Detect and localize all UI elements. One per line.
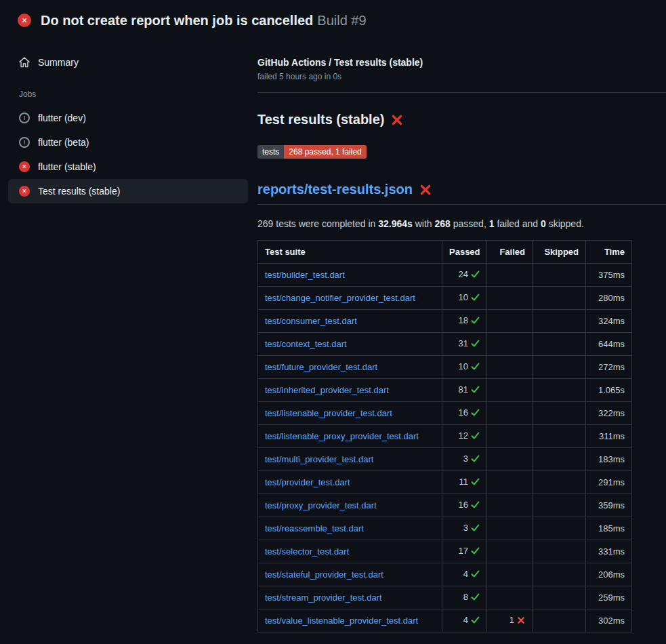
time-cell: 359ms bbox=[586, 494, 632, 517]
red-x-icon bbox=[391, 114, 403, 126]
suite-cell: test/provider_test.dart bbox=[258, 471, 442, 494]
green-check-icon bbox=[471, 500, 480, 511]
skipped-cell bbox=[533, 287, 586, 310]
passed-cell: 4 bbox=[442, 563, 487, 586]
suite-cell: test/value_listenable_provider_test.dart bbox=[258, 609, 442, 632]
suite-link[interactable]: test/multi_provider_test.dart bbox=[265, 454, 373, 464]
skipped-cell bbox=[533, 471, 586, 494]
failed-cell bbox=[487, 402, 533, 425]
green-check-icon bbox=[471, 546, 480, 557]
green-check-icon bbox=[471, 270, 480, 281]
failed-cell bbox=[487, 494, 533, 517]
report-file-link[interactable]: reports/test-results.json bbox=[257, 182, 413, 197]
failed-cell: 1 bbox=[487, 609, 533, 632]
green-check-icon bbox=[471, 616, 480, 626]
failed-cell bbox=[487, 586, 533, 609]
green-check-icon bbox=[471, 431, 480, 442]
table-row: test/listenable_provider_test.dart16322m… bbox=[258, 402, 632, 425]
suite-link[interactable]: test/consumer_test.dart bbox=[265, 316, 357, 326]
skipped-cell bbox=[533, 609, 586, 632]
suite-cell: test/change_notifier_provider_test.dart bbox=[258, 287, 442, 310]
table-row: test/stream_provider_test.dart8259ms bbox=[258, 586, 632, 609]
badge-label: tests bbox=[257, 145, 284, 159]
jobs-section-label: Jobs bbox=[8, 75, 248, 106]
suite-link[interactable]: test/listenable_proxy_provider_test.dart bbox=[265, 431, 419, 441]
summary-line: 269 tests were completed in 32.964s with… bbox=[257, 218, 666, 229]
table-row: test/multi_provider_test.dart3183ms bbox=[258, 448, 632, 471]
sidebar-item-flutter-dev[interactable]: !flutter (dev) bbox=[8, 106, 248, 130]
skipped-cell bbox=[533, 425, 586, 448]
passed-cell: 24 bbox=[442, 264, 487, 287]
skipped-cell bbox=[533, 310, 586, 333]
suite-link[interactable]: test/stateful_provider_test.dart bbox=[265, 569, 383, 580]
col-test-suite: Test suite bbox=[258, 241, 442, 264]
suite-link[interactable]: test/listenable_provider_test.dart bbox=[265, 408, 392, 418]
main-content: GitHub Actions / Test results (stable) f… bbox=[257, 37, 666, 644]
suite-cell: test/selector_test.dart bbox=[258, 540, 442, 563]
time-cell: 206ms bbox=[586, 563, 632, 586]
suite-link[interactable]: test/proxy_provider_test.dart bbox=[265, 500, 377, 510]
run-failed-status-icon: ✕ bbox=[18, 14, 31, 27]
table-row: test/consumer_test.dart18324ms bbox=[258, 310, 632, 333]
time-cell: 375ms bbox=[586, 264, 632, 287]
sidebar-summary-label: Summary bbox=[38, 57, 79, 68]
table-row: test/builder_test.dart24375ms bbox=[258, 264, 632, 287]
passed-cell: 16 bbox=[442, 494, 487, 517]
table-row: test/listenable_proxy_provider_test.dart… bbox=[258, 425, 632, 448]
passed-cell: 3 bbox=[442, 448, 487, 471]
sidebar-item-summary[interactable]: Summary bbox=[8, 50, 248, 75]
job-label: flutter (beta) bbox=[38, 137, 89, 148]
sidebar-item-test-results-stable[interactable]: ✕Test results (stable) bbox=[8, 179, 248, 203]
suite-cell: test/consumer_test.dart bbox=[258, 310, 442, 333]
suite-link[interactable]: test/value_listenable_provider_test.dart bbox=[265, 616, 418, 626]
results-table: Test suite Passed Failed Skipped Time te… bbox=[257, 240, 632, 632]
green-check-icon bbox=[471, 385, 480, 396]
suite-link[interactable]: test/stream_provider_test.dart bbox=[265, 592, 382, 603]
table-row: test/selector_test.dart17331ms bbox=[258, 540, 632, 563]
table-row: test/provider_test.dart11291ms bbox=[258, 471, 632, 494]
passed-cell: 81 bbox=[442, 379, 487, 402]
col-time: Time bbox=[586, 241, 632, 264]
summary-passed: 268 bbox=[435, 218, 451, 229]
time-cell: 331ms bbox=[586, 540, 632, 563]
green-check-icon bbox=[471, 569, 480, 580]
summary-skipped: 0 bbox=[541, 218, 546, 229]
suite-cell: test/future_provider_test.dart bbox=[258, 356, 442, 379]
time-cell: 311ms bbox=[586, 425, 632, 448]
report-heading: reports/test-results.json bbox=[257, 182, 666, 205]
green-check-icon bbox=[471, 454, 480, 465]
job-label: flutter (dev) bbox=[38, 113, 86, 123]
passed-cell: 4 bbox=[442, 609, 487, 632]
failed-cell bbox=[487, 264, 533, 287]
table-header-row: Test suite Passed Failed Skipped Time bbox=[258, 241, 632, 264]
green-check-icon bbox=[471, 477, 480, 488]
results-table-body: test/builder_test.dart24375mstest/change… bbox=[258, 264, 632, 632]
skipped-cell bbox=[533, 402, 586, 425]
build-number: Build #9 bbox=[317, 13, 366, 28]
failed-cell bbox=[487, 333, 533, 356]
suite-link[interactable]: test/reassemble_test.dart bbox=[265, 523, 364, 534]
suite-cell: test/builder_test.dart bbox=[258, 264, 442, 287]
suite-link[interactable]: test/builder_test.dart bbox=[265, 270, 345, 280]
suite-link[interactable]: test/future_provider_test.dart bbox=[265, 362, 377, 372]
suite-link[interactable]: test/context_test.dart bbox=[265, 339, 347, 349]
run-status-line: failed 5 hours ago in 0s bbox=[257, 72, 666, 81]
suite-cell: test/proxy_provider_test.dart bbox=[258, 494, 442, 517]
passed-cell: 8 bbox=[442, 586, 487, 609]
section-title-text: Test results (stable) bbox=[257, 112, 384, 127]
home-icon bbox=[19, 57, 30, 68]
suite-link[interactable]: test/provider_test.dart bbox=[265, 477, 350, 487]
tests-badge: tests 268 passed, 1 failed bbox=[257, 145, 367, 159]
sidebar-item-flutter-beta[interactable]: !flutter (beta) bbox=[8, 130, 248, 155]
suite-link[interactable]: test/selector_test.dart bbox=[265, 546, 349, 557]
time-cell: 291ms bbox=[586, 471, 632, 494]
run-header: ✕ Do not create report when job is cance… bbox=[0, 0, 666, 37]
x-circle-icon: ✕ bbox=[19, 186, 30, 197]
passed-cell: 18 bbox=[442, 310, 487, 333]
time-cell: 302ms bbox=[586, 609, 632, 632]
job-label: Test results (stable) bbox=[38, 186, 120, 197]
sidebar-item-flutter-stable[interactable]: ✕flutter (stable) bbox=[8, 155, 248, 179]
green-check-icon bbox=[471, 408, 480, 419]
suite-link[interactable]: test/change_notifier_provider_test.dart bbox=[265, 293, 415, 303]
suite-link[interactable]: test/inherited_provider_test.dart bbox=[265, 385, 389, 395]
